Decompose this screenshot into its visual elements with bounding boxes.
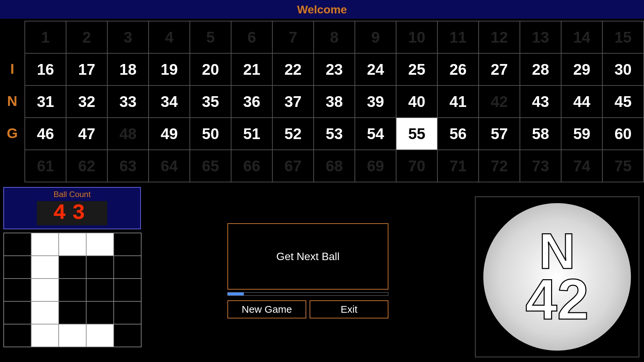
board-cell[interactable]: 36 — [231, 85, 272, 118]
board-cell[interactable]: 46 — [25, 118, 66, 150]
board-cell[interactable]: 37 — [272, 85, 314, 118]
pattern-cell[interactable] — [4, 256, 31, 279]
board-cell[interactable]: 69 — [355, 150, 396, 182]
board-cell[interactable]: 1 — [25, 21, 66, 53]
board-cell[interactable]: 59 — [561, 118, 602, 150]
pattern-cell[interactable] — [59, 301, 86, 324]
board-cell[interactable]: 26 — [437, 53, 479, 85]
board-cell[interactable]: 6 — [231, 21, 272, 53]
board-cell[interactable]: 62 — [66, 150, 107, 182]
board-cell[interactable]: 20 — [190, 53, 231, 85]
board-cell[interactable]: 12 — [479, 21, 520, 53]
board-cell[interactable]: 14 — [561, 21, 602, 53]
board-cell[interactable]: 72 — [479, 150, 520, 182]
board-cell[interactable]: 30 — [602, 53, 644, 85]
board-cell[interactable]: 41 — [437, 85, 479, 118]
pattern-cell[interactable] — [31, 324, 59, 347]
pattern-cell[interactable] — [4, 324, 31, 347]
pattern-cell[interactable] — [31, 256, 59, 279]
board-cell[interactable]: 47 — [66, 118, 107, 150]
pattern-cell[interactable] — [59, 256, 86, 279]
board-cell[interactable]: 56 — [437, 118, 479, 150]
board-cell[interactable]: 19 — [149, 53, 190, 85]
pattern-cell[interactable] — [114, 279, 141, 301]
board-cell[interactable]: 5 — [190, 21, 231, 53]
board-cell[interactable]: 33 — [107, 85, 149, 118]
pattern-cell[interactable] — [86, 279, 114, 301]
board-cell[interactable]: 55 — [396, 118, 437, 150]
pattern-cell[interactable] — [31, 301, 59, 324]
board-cell[interactable]: 65 — [190, 150, 231, 182]
board-cell[interactable]: 22 — [272, 53, 314, 85]
board-cell[interactable]: 51 — [231, 118, 272, 150]
board-cell[interactable]: 4 — [149, 21, 190, 53]
pattern-cell[interactable] — [114, 324, 141, 347]
pattern-cell[interactable] — [4, 301, 31, 324]
exit-button[interactable]: Exit — [310, 300, 388, 318]
board-cell[interactable]: 28 — [520, 53, 561, 85]
board-cell[interactable]: 18 — [107, 53, 149, 85]
board-cell[interactable]: 8 — [314, 21, 355, 53]
board-cell[interactable]: 53 — [314, 118, 355, 150]
board-cell[interactable]: 34 — [149, 85, 190, 118]
board-cell[interactable]: 71 — [437, 150, 479, 182]
board-cell[interactable]: 13 — [520, 21, 561, 53]
board-cell[interactable]: 15 — [602, 21, 644, 53]
board-cell[interactable]: 24 — [355, 53, 396, 85]
board-cell[interactable]: 38 — [314, 85, 355, 118]
board-cell[interactable]: 9 — [355, 21, 396, 53]
board-cell[interactable]: 44 — [561, 85, 602, 118]
board-cell[interactable]: 68 — [314, 150, 355, 182]
board-cell[interactable]: 25 — [396, 53, 437, 85]
board-cell[interactable]: 29 — [561, 53, 602, 85]
board-cell[interactable]: 11 — [437, 21, 479, 53]
pattern-cell[interactable] — [31, 279, 59, 301]
pattern-cell[interactable] — [86, 256, 114, 279]
board-cell[interactable]: 3 — [107, 21, 149, 53]
pattern-cell[interactable] — [86, 301, 114, 324]
board-cell[interactable]: 74 — [561, 150, 602, 182]
pattern-cell[interactable] — [114, 233, 141, 256]
pattern-cell[interactable] — [4, 279, 31, 301]
board-cell[interactable]: 50 — [190, 118, 231, 150]
board-cell[interactable]: 75 — [602, 150, 644, 182]
pattern-cell[interactable] — [59, 279, 86, 301]
board-cell[interactable]: 70 — [396, 150, 437, 182]
pattern-cell[interactable] — [4, 233, 31, 256]
new-game-button[interactable]: New Game — [227, 300, 306, 318]
board-cell[interactable]: 66 — [231, 150, 272, 182]
pattern-cell[interactable] — [114, 256, 141, 279]
board-cell[interactable]: 39 — [355, 85, 396, 118]
board-cell[interactable]: 43 — [520, 85, 561, 118]
board-cell[interactable]: 48 — [107, 118, 149, 150]
pattern-cell[interactable] — [59, 233, 86, 256]
board-cell[interactable]: 73 — [520, 150, 561, 182]
board-cell[interactable]: 60 — [602, 118, 644, 150]
get-next-ball-button[interactable]: Get Next Ball — [227, 223, 388, 290]
board-cell[interactable]: 21 — [231, 53, 272, 85]
board-cell[interactable]: 54 — [355, 118, 396, 150]
board-cell[interactable]: 7 — [272, 21, 314, 53]
board-cell[interactable]: 49 — [149, 118, 190, 150]
board-cell[interactable]: 32 — [66, 85, 107, 118]
pattern-cell[interactable] — [86, 233, 114, 256]
board-cell[interactable]: 58 — [520, 118, 561, 150]
board-cell[interactable]: 67 — [272, 150, 314, 182]
board-cell[interactable]: 52 — [272, 118, 314, 150]
board-cell[interactable]: 40 — [396, 85, 437, 118]
board-cell[interactable]: 61 — [25, 150, 66, 182]
pattern-cell[interactable] — [31, 233, 59, 256]
board-cell[interactable]: 64 — [149, 150, 190, 182]
pattern-cell[interactable] — [59, 324, 86, 347]
board-cell[interactable]: 35 — [190, 85, 231, 118]
pattern-cell[interactable] — [114, 301, 141, 324]
board-cell[interactable]: 57 — [479, 118, 520, 150]
board-cell[interactable]: 63 — [107, 150, 149, 182]
board-cell[interactable]: 45 — [602, 85, 644, 118]
board-cell[interactable]: 17 — [66, 53, 107, 85]
board-cell[interactable]: 42 — [479, 85, 520, 118]
board-cell[interactable]: 10 — [396, 21, 437, 53]
pattern-cell[interactable] — [86, 324, 114, 347]
board-cell[interactable]: 23 — [314, 53, 355, 85]
board-cell[interactable]: 16 — [25, 53, 66, 85]
